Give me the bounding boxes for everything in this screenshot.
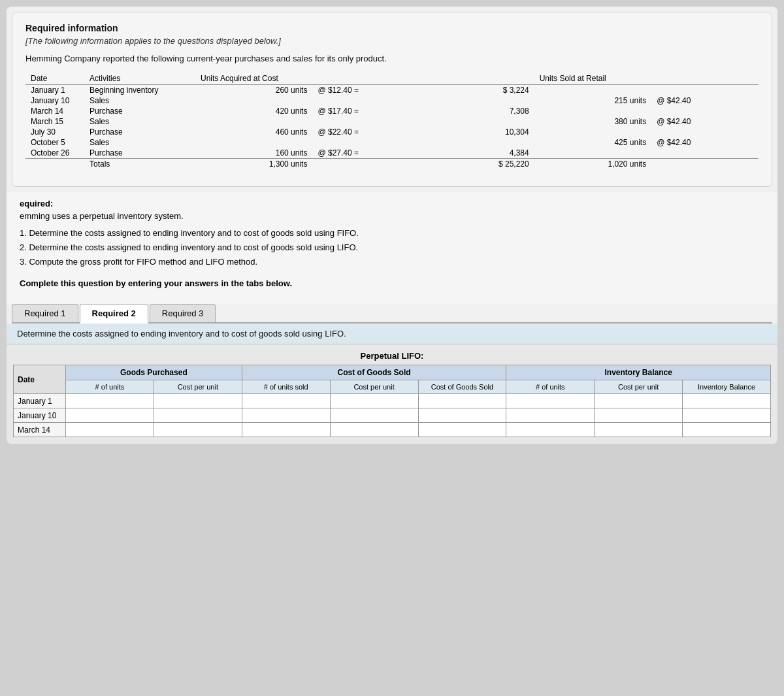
input-mar14-cost[interactable] [154, 423, 242, 437]
sold-price [651, 106, 759, 116]
intro-text: Hemming Company reported the following c… [25, 54, 759, 63]
units-acquired: 160 units [195, 148, 312, 159]
input-jan1-sold-cost-field[interactable] [335, 396, 414, 406]
input-jan1-inv-units[interactable] [506, 394, 595, 408]
units-sold: 380 units [534, 116, 651, 127]
input-jan10-inv-units[interactable] [506, 408, 595, 423]
sold-price: @ $42.40 [651, 116, 759, 127]
input-mar14-sold-cost[interactable] [330, 423, 418, 437]
sub-cost-per-unit: Cost per unit [154, 380, 242, 394]
row-activity: Purchase [84, 148, 195, 159]
input-mar14-cogs[interactable] [418, 423, 506, 437]
sub-cost-of-goods-sold: Cost of Goods Sold [418, 380, 506, 394]
units-acquired [195, 116, 312, 127]
table-row: October 26 Purchase 160 units @ $27.40 =… [25, 148, 759, 159]
input-jan1-sold-units-field[interactable] [246, 396, 326, 406]
row-date: October 5 [25, 137, 84, 148]
tabs-container: Required 1 Required 2 Required 3 [12, 304, 772, 323]
units-acquired: 460 units [195, 127, 312, 137]
input-jan1-units[interactable] [66, 394, 154, 408]
input-jan10-sold-units[interactable] [242, 408, 330, 423]
col-inventory-balance-header: Inventory Balance [506, 365, 771, 380]
complete-instruction: Complete this question by entering your … [20, 278, 764, 288]
col-date: Date [25, 73, 84, 85]
input-jan1-cogs[interactable] [418, 394, 506, 408]
input-jan1-inv-cost-field[interactable] [598, 396, 678, 406]
input-jan10-units[interactable] [66, 408, 154, 423]
input-mar14-inv-bal-field[interactable] [687, 425, 766, 435]
tab-required3[interactable]: Required 3 [150, 304, 216, 322]
tab-required2[interactable]: Required 2 [80, 304, 148, 323]
input-jan10-inv-units-field[interactable] [510, 410, 590, 420]
lifo-table: Date Goods Purchased Cost of Goods Sold … [13, 365, 771, 437]
input-jan10-cogs[interactable] [418, 408, 506, 423]
required-label: equired: [20, 199, 764, 208]
questions-list: 1. Determine the costs assigned to endin… [20, 226, 764, 269]
input-jan10-units-field[interactable] [70, 410, 150, 420]
input-jan1-inv-cost[interactable] [595, 394, 683, 408]
input-jan1-cost[interactable] [154, 394, 242, 408]
perpetual-title: Perpetual LIFO: [13, 351, 771, 361]
input-jan10-sold-cost[interactable] [330, 408, 418, 423]
row-activity: Sales [84, 137, 195, 148]
input-jan1-units-field[interactable] [70, 396, 150, 406]
units-acquired: 260 units [195, 85, 312, 96]
subtitle: [The following information applies to th… [25, 36, 759, 46]
tab-required1[interactable]: Required 1 [12, 304, 78, 322]
input-mar14-cost-field[interactable] [158, 425, 238, 435]
input-jan1-inv-units-field[interactable] [510, 396, 590, 406]
input-mar14-inv-bal[interactable] [683, 423, 771, 437]
at-cost [312, 137, 436, 148]
row-activity: Sales [84, 95, 195, 106]
input-mar14-inv-cost-field[interactable] [598, 425, 678, 435]
required-info-section: Required information [The following info… [12, 12, 772, 187]
sub-num-units: # of units [66, 380, 154, 394]
col-date-header: Date [14, 365, 66, 394]
col-units-acquired: Units Acquired at Cost [195, 73, 534, 85]
input-jan1-inv-bal-field[interactable] [687, 396, 766, 406]
determine-text: Determine the costs assigned to ending i… [7, 323, 777, 344]
input-jan10-inv-bal[interactable] [683, 408, 771, 423]
input-jan10-inv-bal-field[interactable] [687, 410, 766, 420]
input-jan10-sold-cost-field[interactable] [335, 410, 414, 420]
input-mar14-inv-cost[interactable] [595, 423, 683, 437]
col-activities: Activities [84, 73, 195, 85]
input-jan10-inv-cost[interactable] [595, 408, 683, 423]
input-jan1-sold-units[interactable] [242, 394, 330, 408]
input-jan1-cogs-field[interactable] [423, 396, 502, 406]
input-mar14-sold-units-field[interactable] [246, 425, 326, 435]
input-mar14-sold-units[interactable] [242, 423, 330, 437]
table-row: March 15 Sales 380 units @ $42.40 [25, 116, 759, 127]
at-cost: @ $27.40 = [312, 148, 436, 159]
at-cost: @ $22.40 = [312, 127, 436, 137]
input-jan10-cost[interactable] [154, 408, 242, 423]
table-row: January 1 Beginning inventory 260 units … [25, 85, 759, 96]
input-jan10-cost-field[interactable] [158, 410, 238, 420]
row-date: January 10 [25, 95, 84, 106]
bottom-section: Perpetual LIFO: Date Goods Purchased Cos… [7, 344, 777, 444]
input-jan1-inv-bal[interactable] [683, 394, 771, 408]
totals-at-cost [312, 159, 436, 170]
input-mar14-inv-units[interactable] [506, 423, 595, 437]
totals-label [25, 159, 84, 170]
sold-price [651, 127, 759, 137]
input-mar14-inv-units-field[interactable] [510, 425, 590, 435]
row-date: October 26 [25, 148, 84, 159]
hemming-intro: emming uses a perpetual inventory system… [20, 211, 764, 221]
input-jan1-cost-field[interactable] [158, 396, 238, 406]
input-jan1-sold-cost[interactable] [330, 394, 418, 408]
table-row: March 14 Purchase 420 units @ $17.40 = 7… [25, 106, 759, 116]
input-mar14-units[interactable] [66, 423, 154, 437]
input-mar14-units-field[interactable] [70, 425, 150, 435]
row-date: July 30 [25, 127, 84, 137]
date-mar14: March 14 [14, 423, 66, 437]
col-cost-goods-sold-header: Cost of Goods Sold [242, 365, 506, 380]
lifo-row-jan1: January 1 [14, 394, 771, 408]
input-mar14-sold-cost-field[interactable] [335, 425, 414, 435]
input-mar14-cogs-field[interactable] [423, 425, 502, 435]
lifo-row-jan10: January 10 [14, 408, 771, 423]
input-jan10-sold-units-field[interactable] [246, 410, 326, 420]
input-jan10-inv-cost-field[interactable] [598, 410, 678, 420]
sold-price: @ $42.40 [651, 137, 759, 148]
input-jan10-cogs-field[interactable] [423, 410, 502, 420]
